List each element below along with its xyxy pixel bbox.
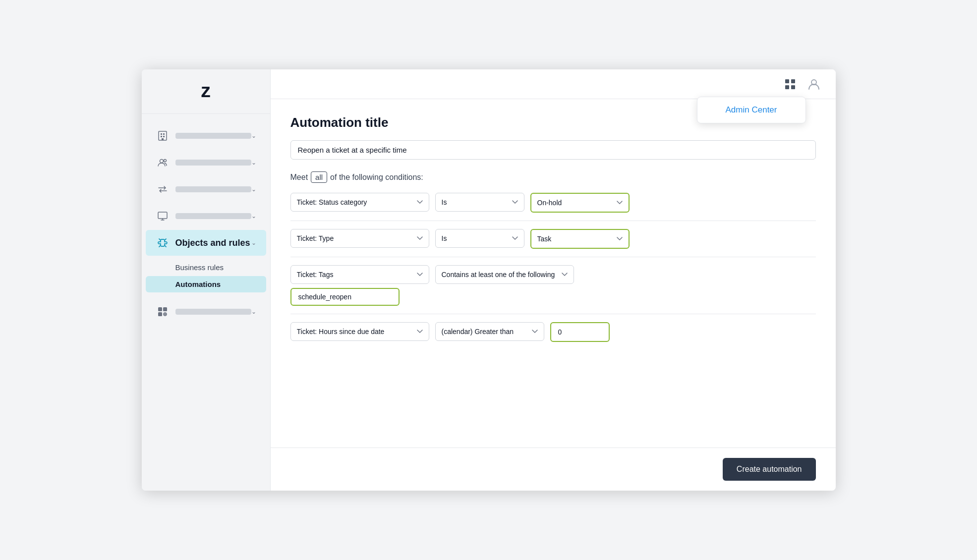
tag-input-container (290, 288, 816, 306)
objects-icon (156, 236, 170, 250)
condition-row-3: Ticket: Tags Contains at least one of th… (290, 265, 816, 284)
condition-1-value[interactable]: On-hold (530, 193, 630, 213)
monitor-icon (156, 209, 170, 223)
sidebar-item-label-objects: Objects and rules (175, 238, 250, 248)
user-icon[interactable] (806, 76, 822, 92)
svg-point-8 (164, 160, 166, 162)
sub-navigation: Business rules Automations (142, 257, 270, 295)
divider-3 (290, 314, 816, 314)
condition-3-tag-input[interactable] (290, 288, 400, 306)
logo: z (142, 69, 270, 114)
svg-rect-15 (791, 79, 795, 83)
sidebar-item-arrows[interactable]: ⌄ (146, 176, 266, 202)
sidebar-label-bar (175, 160, 251, 166)
main-content: Admin Center Automation title Meet all o… (271, 69, 836, 491)
sidebar: z ⌄ (142, 69, 271, 491)
svg-rect-3 (163, 133, 165, 135)
svg-rect-17 (791, 85, 795, 89)
sub-nav-automations[interactable]: Automations (146, 276, 266, 292)
conditions-suffix: of the following conditions: (330, 173, 423, 182)
condition-4-value-input[interactable] (550, 322, 610, 342)
svg-rect-4 (161, 136, 162, 137)
admin-center-dropdown: Admin Center (697, 97, 806, 123)
condition-4-field[interactable]: Ticket: Hours since due date (290, 322, 429, 341)
svg-rect-16 (785, 85, 789, 89)
topbar-icons (782, 76, 822, 92)
condition-2-operator[interactable]: Is (435, 229, 524, 248)
sidebar-label-bar (175, 133, 251, 139)
svg-rect-14 (785, 79, 789, 83)
arrows-icon (156, 182, 170, 196)
zendesk-logo: z (191, 77, 221, 107)
page-footer: Create automation (271, 448, 836, 491)
svg-rect-9 (158, 212, 167, 219)
apps-icon (156, 305, 170, 319)
automation-title-input[interactable] (290, 140, 816, 160)
condition-row-4: Ticket: Hours since due date (calendar) … (290, 322, 816, 342)
svg-rect-5 (163, 136, 165, 137)
condition-2-field[interactable]: Ticket: Type (290, 229, 429, 248)
topbar: Admin Center (271, 69, 836, 99)
svg-rect-6 (162, 138, 164, 140)
conditions-prefix: Meet (290, 173, 308, 182)
condition-row-1: Ticket: Status category Is On-hold (290, 193, 816, 213)
svg-rect-12 (158, 312, 162, 316)
sidebar-item-monitor[interactable]: ⌄ (146, 203, 266, 229)
svg-text:z: z (201, 80, 211, 101)
sidebar-label-bar (175, 186, 251, 192)
svg-rect-2 (161, 133, 162, 135)
condition-1-operator[interactable]: Is (435, 193, 524, 212)
condition-2-value[interactable]: Task (530, 229, 630, 249)
create-automation-button[interactable]: Create automation (723, 458, 816, 481)
building-icon (156, 129, 170, 143)
users-icon (156, 156, 170, 169)
svg-point-7 (160, 160, 163, 163)
sidebar-label-bar (175, 309, 251, 315)
admin-center-link[interactable]: Admin Center (726, 105, 777, 114)
condition-4-operator[interactable]: (calendar) Greater than (435, 322, 544, 341)
sidebar-label-bar (175, 213, 251, 219)
divider-2 (290, 257, 816, 257)
sidebar-item-users[interactable]: ⌄ (146, 150, 266, 175)
sidebar-item-building[interactable]: ⌄ (146, 123, 266, 149)
condition-3-field[interactable]: Ticket: Tags (290, 265, 429, 284)
conditions-badge: all (311, 171, 327, 183)
condition-1-field[interactable]: Ticket: Status category (290, 193, 429, 212)
page-main: Automation title Meet all of the followi… (271, 99, 836, 448)
condition-3-operator[interactable]: Contains at least one of the following (435, 265, 574, 284)
svg-rect-10 (158, 307, 162, 311)
conditions-header: Meet all of the following conditions: (290, 171, 816, 183)
sidebar-item-apps[interactable]: ⌄ (146, 299, 266, 325)
sidebar-item-objects[interactable]: Objects and rules ⌄ (146, 230, 266, 256)
sidebar-navigation: ⌄ ⌄ (142, 114, 270, 491)
divider-1 (290, 221, 816, 221)
sub-nav-business-rules[interactable]: Business rules (146, 259, 266, 276)
grid-icon[interactable] (782, 76, 798, 92)
svg-rect-11 (163, 307, 167, 311)
condition-row-2: Ticket: Type Is Task (290, 229, 816, 249)
